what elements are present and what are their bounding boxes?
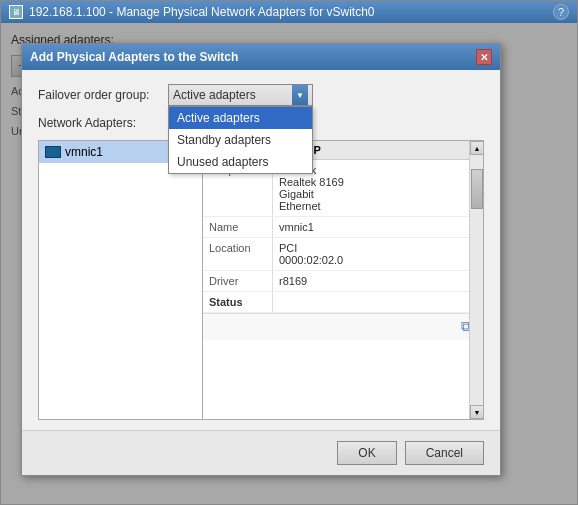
scroll-up-button[interactable]: ▲	[470, 141, 484, 155]
title-bar-left: 🖥 192.168.1.100 - Manage Physical Networ…	[9, 5, 375, 19]
ok-button[interactable]: OK	[337, 441, 396, 465]
failover-label: Failover order group:	[38, 88, 168, 102]
dialog-title: Add Physical Adapters to the Switch	[30, 50, 238, 64]
dropdown-option-unused[interactable]: Unused adapters	[169, 151, 312, 173]
detail-row-driver: Driver r8169	[203, 271, 483, 292]
help-button[interactable]: ?	[553, 4, 569, 20]
dropdown-arrow-icon: ▼	[292, 85, 308, 105]
name-value: vmnic1	[273, 217, 483, 237]
window-icon: 🖥	[9, 5, 23, 19]
driver-value: r8169	[273, 271, 483, 291]
dialog-close-button[interactable]: ✕	[476, 49, 492, 65]
status-label: Status	[203, 292, 273, 312]
modal-overlay: Add Physical Adapters to the Switch ✕ Fa…	[1, 23, 577, 504]
lldp-column-header: LLDP	[288, 141, 483, 159]
detail-row-name: Name vmnic1	[203, 217, 483, 238]
location-value: PCI0000:02:02.0	[273, 238, 483, 270]
failover-dropdown-wrapper: Active adapters ▼ Active adapters Standb…	[168, 84, 313, 106]
dialog-title-bar: Add Physical Adapters to the Switch ✕	[22, 44, 500, 70]
scrollbar[interactable]: ▲ ▼	[469, 141, 483, 419]
dropdown-menu: Active adapters Standby adapters Unused …	[168, 106, 313, 174]
scrollbar-thumb[interactable]	[471, 169, 483, 209]
adapter-icon	[45, 146, 61, 158]
detail-row-location: Location PCI0000:02:02.0	[203, 238, 483, 271]
adapter-detail-panel: Speed CDP LLDP Adapter RealtekRealtek 81…	[203, 140, 484, 420]
adapter-name: vmnic1	[65, 145, 103, 159]
dialog-body: Failover order group: Active adapters ▼ …	[22, 70, 500, 430]
detail-bottom-area: ⧉	[203, 313, 483, 340]
network-adapters-label: Network Adapters:	[38, 116, 168, 130]
cancel-button[interactable]: Cancel	[405, 441, 484, 465]
failover-row: Failover order group: Active adapters ▼ …	[38, 84, 484, 106]
dialog-main-panel: vmnic1 Speed CDP LLDP	[38, 140, 484, 420]
dialog-footer: OK Cancel	[22, 430, 500, 475]
title-bar: 🖥 192.168.1.100 - Manage Physical Networ…	[1, 1, 577, 23]
window-title: 192.168.1.100 - Manage Physical Network …	[29, 5, 375, 19]
main-window: 🖥 192.168.1.100 - Manage Physical Networ…	[0, 0, 578, 505]
scroll-down-button[interactable]: ▼	[470, 405, 484, 419]
location-label: Location	[203, 238, 273, 270]
adapter-list-panel: vmnic1	[38, 140, 203, 420]
dropdown-option-active[interactable]: Active adapters	[169, 107, 312, 129]
name-label: Name	[203, 217, 273, 237]
dropdown-option-standby[interactable]: Standby adapters	[169, 129, 312, 151]
add-adapters-dialog: Add Physical Adapters to the Switch ✕ Fa…	[21, 43, 501, 476]
main-content: Assigned adapters: + ▲ ▼ Active adapters…	[1, 23, 577, 504]
driver-label: Driver	[203, 271, 273, 291]
dropdown-selected-value: Active adapters	[173, 88, 256, 102]
failover-dropdown[interactable]: Active adapters ▼	[168, 84, 313, 106]
detail-row-status: Status	[203, 292, 483, 313]
status-value	[273, 292, 483, 312]
